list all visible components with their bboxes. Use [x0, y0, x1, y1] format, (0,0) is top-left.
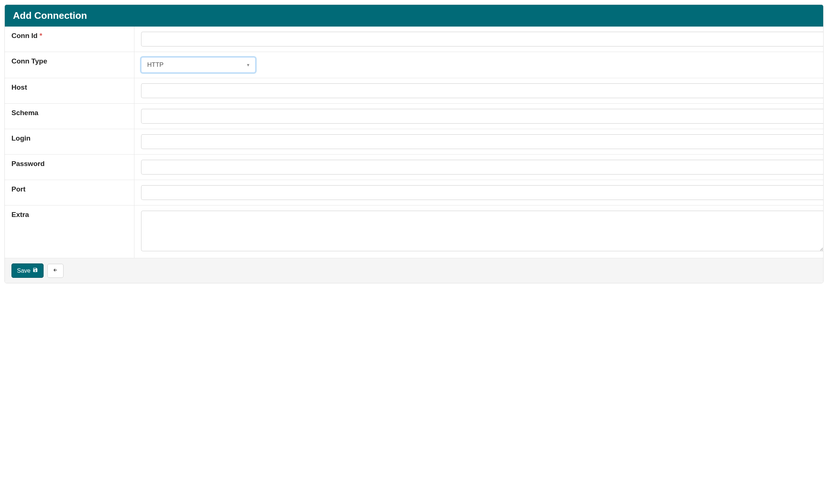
back-button[interactable]	[47, 264, 64, 278]
conn-id-input[interactable]	[141, 32, 824, 46]
row-password: Password	[5, 155, 823, 180]
label-schema: Schema	[5, 104, 134, 129]
panel-footer: Save	[5, 258, 823, 283]
arrow-left-icon	[53, 267, 58, 274]
login-input[interactable]	[141, 134, 824, 149]
cell-port	[134, 180, 823, 206]
label-conn-type: Conn Type	[5, 52, 134, 78]
row-conn-type: Conn Type HTTP ▼	[5, 52, 823, 78]
add-connection-panel: Add Connection Conn Id * Conn Type HTTP …	[4, 4, 824, 283]
row-host: Host	[5, 78, 823, 104]
cell-extra	[134, 206, 823, 258]
conn-type-select-wrapper: HTTP ▼	[141, 57, 256, 73]
panel-title: Add Connection	[13, 10, 87, 21]
panel-header: Add Connection	[5, 5, 823, 27]
host-input[interactable]	[141, 83, 824, 98]
schema-input[interactable]	[141, 109, 824, 124]
label-login: Login	[5, 129, 134, 155]
extra-textarea[interactable]	[141, 211, 824, 251]
save-button-label: Save	[17, 267, 30, 274]
row-extra: Extra	[5, 206, 823, 258]
save-icon	[32, 267, 38, 274]
label-port: Port	[5, 180, 134, 206]
row-schema: Schema	[5, 104, 823, 129]
conn-type-selected-text: HTTP	[147, 61, 164, 68]
cell-schema	[134, 104, 823, 129]
required-mark: *	[40, 32, 42, 39]
cell-login	[134, 129, 823, 155]
cell-conn-id	[134, 27, 823, 52]
row-login: Login	[5, 129, 823, 155]
label-conn-id-text: Conn Id	[11, 32, 38, 39]
row-conn-id: Conn Id *	[5, 27, 823, 52]
conn-type-select[interactable]: HTTP	[141, 57, 256, 73]
label-conn-id: Conn Id *	[5, 27, 134, 52]
cell-host	[134, 78, 823, 104]
label-extra: Extra	[5, 206, 134, 258]
cell-conn-type: HTTP ▼	[134, 52, 823, 78]
save-button[interactable]: Save	[11, 263, 44, 278]
row-port: Port	[5, 180, 823, 206]
password-input[interactable]	[141, 160, 824, 175]
label-host: Host	[5, 78, 134, 104]
cell-password	[134, 155, 823, 180]
label-password: Password	[5, 155, 134, 180]
port-input[interactable]	[141, 185, 824, 200]
form-table: Conn Id * Conn Type HTTP ▼ Host	[5, 27, 823, 258]
